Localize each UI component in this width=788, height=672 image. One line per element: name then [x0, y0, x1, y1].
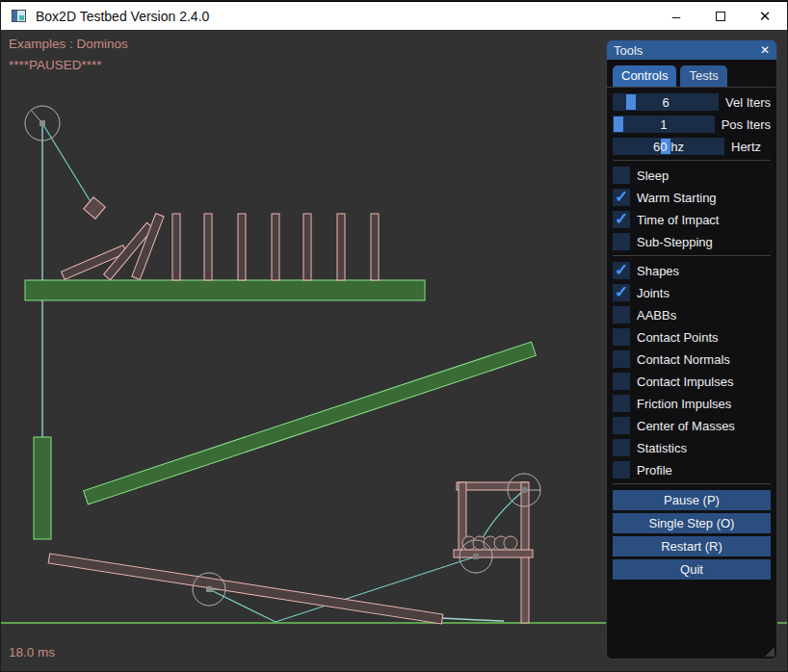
app-icon	[12, 10, 26, 22]
checkbox-box[interactable]	[613, 395, 630, 412]
checkbox-box[interactable]	[613, 306, 630, 323]
check-icon: ✓	[615, 189, 628, 205]
pause-button[interactable]: Pause (P)	[613, 490, 771, 510]
checkbox-label: Contact Normals	[637, 352, 730, 367]
checkbox-contact-points[interactable]: Contact Points	[613, 328, 771, 346]
checkbox-label: AABBs	[637, 308, 676, 323]
pos-iters-slider[interactable]: 1	[613, 116, 715, 133]
checkbox-statistics[interactable]: Statistics	[613, 439, 771, 456]
checkbox-sleep[interactable]: Sleep	[613, 167, 771, 184]
checkbox-box[interactable]: ✓	[613, 189, 630, 206]
ball	[504, 536, 517, 550]
wheel-hub	[206, 586, 212, 592]
close-icon: ✕	[759, 8, 772, 25]
domino	[204, 214, 212, 280]
checkbox-box[interactable]	[613, 328, 630, 346]
single-step-button[interactable]: Single Step (O)	[613, 513, 771, 533]
checkbox-contact-impulses[interactable]: Contact Impulses	[613, 373, 771, 390]
restart-button[interactable]: Restart (R)	[613, 536, 771, 556]
tools-title: Tools	[614, 43, 643, 58]
hertz-slider[interactable]: 60 hz	[613, 138, 724, 155]
maximize-icon	[716, 12, 725, 21]
minimize-icon: –	[672, 8, 680, 24]
checkbox-shapes[interactable]: ✓ Shapes	[613, 262, 771, 279]
checkbox-label: Joints	[637, 286, 670, 300]
close-button[interactable]: ✕	[743, 2, 787, 30]
tools-body: 6 Vel Iters 1 Pos Iters 60 hz Hertz Slee…	[607, 88, 776, 580]
seesaw-plank	[48, 554, 443, 624]
domino	[303, 214, 311, 280]
checkbox-box[interactable]	[613, 461, 630, 478]
vel-iters-label: Vel Iters	[725, 95, 771, 110]
domino	[172, 214, 180, 280]
tools-panel: Tools ✕ Controls Tests 6 Vel Iters 1 Pos…	[606, 39, 777, 659]
checkbox-label: Sub-Stepping	[637, 235, 713, 249]
checkbox-box[interactable]	[613, 439, 630, 456]
tab-controls[interactable]: Controls	[613, 65, 676, 87]
checkbox-aabbs[interactable]: AABBs	[613, 306, 771, 323]
checkbox-label: Contact Points	[637, 330, 719, 345]
checkbox-box[interactable]: ✓	[613, 262, 630, 279]
checkbox-center-of-masses[interactable]: Center of Masses	[613, 417, 771, 434]
checkbox-box[interactable]	[613, 233, 630, 250]
separator	[613, 160, 771, 161]
checkbox-box[interactable]	[613, 350, 630, 368]
hertz-value: 60 hz	[613, 138, 724, 155]
checkbox-sub-stepping[interactable]: Sub-Stepping	[613, 233, 771, 250]
minimize-button[interactable]: –	[654, 2, 698, 30]
slider-row-pos-iters: 1 Pos Iters	[613, 116, 771, 133]
domino	[238, 214, 246, 280]
checkbox-warm-starting[interactable]: ✓ Warm Starting	[613, 189, 771, 206]
checkbox-box[interactable]	[613, 417, 630, 434]
frame-shelf	[454, 550, 533, 557]
checkbox-label: Sleep	[637, 168, 669, 183]
checkbox-box[interactable]: ✓	[613, 284, 630, 301]
hertz-label: Hertz	[731, 140, 761, 154]
wheel-hub	[473, 554, 479, 559]
tab-tests[interactable]: Tests	[680, 65, 726, 87]
checkbox-label: Time of Impact	[637, 213, 719, 227]
vel-iters-value: 6	[613, 93, 719, 111]
checkbox-box[interactable]	[613, 167, 630, 184]
tools-tabbar: Controls Tests	[607, 60, 776, 88]
tools-titlebar[interactable]: Tools ✕	[607, 40, 776, 60]
frame-structure	[454, 482, 533, 623]
checkbox-label: Contact Impulses	[637, 375, 733, 389]
maximize-button[interactable]	[698, 2, 743, 30]
checkbox-joints[interactable]: ✓ Joints	[613, 284, 771, 301]
angled-green-plank	[84, 342, 537, 504]
checkbox-contact-normals[interactable]: Contact Normals	[613, 350, 771, 368]
wheel-hub	[521, 487, 527, 493]
checkbox-friction-impulses[interactable]: Friction Impulses	[613, 395, 771, 412]
upright-dominos	[172, 214, 379, 280]
tools-close-icon[interactable]: ✕	[760, 43, 770, 57]
quit-button[interactable]: Quit	[613, 559, 771, 580]
separator	[613, 483, 771, 484]
checkbox-label: Statistics	[637, 441, 687, 455]
rope-on-ground	[440, 618, 504, 621]
app-window: { "window": { "title": "Box2D Testbed Ve…	[0, 0, 788, 672]
checkbox-label: Center of Masses	[637, 419, 735, 433]
checkbox-label: Profile	[637, 463, 672, 478]
domino-platform	[25, 280, 425, 300]
domino	[371, 214, 379, 280]
titlebar[interactable]: Box2D Testbed Version 2.4.0 – ✕	[1, 1, 787, 30]
slider-row-hertz: 60 hz Hertz	[613, 138, 771, 155]
vel-iters-slider[interactable]: 6	[613, 93, 719, 111]
resize-grip-icon[interactable]	[765, 647, 775, 657]
domino	[272, 214, 279, 280]
pendulum-joint-line	[42, 123, 94, 208]
checkbox-time-of-impact[interactable]: ✓ Time of Impact	[613, 211, 771, 228]
vertical-green-block	[34, 437, 51, 539]
checkbox-profile[interactable]: Profile	[613, 461, 771, 478]
checkbox-box[interactable]: ✓	[613, 211, 630, 228]
checkbox-label: Shapes	[637, 264, 679, 278]
window-title: Box2D Testbed Version 2.4.0	[36, 9, 209, 24]
separator	[613, 255, 771, 256]
check-icon: ✓	[615, 262, 628, 278]
checkbox-box[interactable]	[613, 373, 630, 390]
paused-label: ****PAUSED****	[9, 58, 102, 72]
checkbox-label: Friction Impulses	[637, 397, 731, 411]
pos-iters-value: 1	[613, 116, 715, 133]
pos-iters-label: Pos Iters	[722, 117, 771, 132]
